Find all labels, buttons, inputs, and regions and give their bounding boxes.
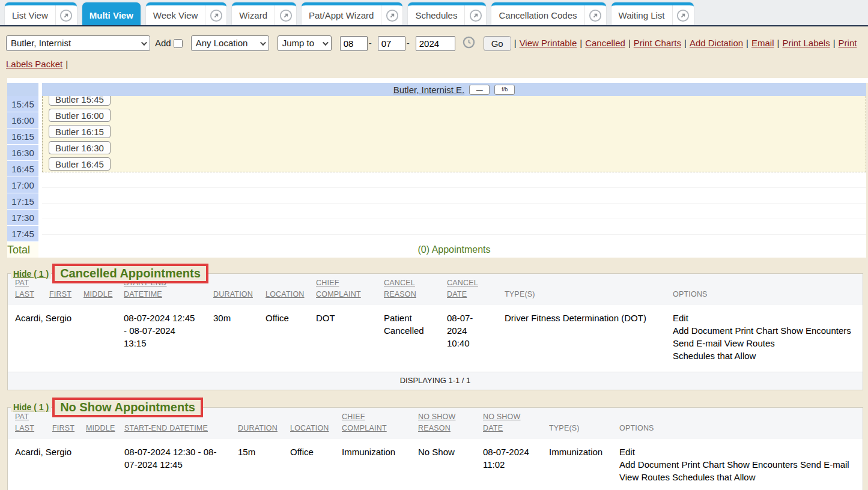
column-header-options: OPTIONS (666, 274, 863, 305)
time-slot-label: 17:45 (7, 226, 38, 241)
schedule-corner-cell (7, 83, 38, 96)
open-new-window-icon[interactable] (464, 5, 486, 25)
duration: 30m (206, 305, 258, 372)
cancelled-appointment-row: Acardi, Sergio 08-07-2024 12:45 - 08-07-… (8, 305, 863, 372)
collapse-column-button[interactable]: — (469, 85, 490, 95)
option-links-line[interactable]: View Routes Schedules that Allow (619, 471, 854, 483)
chief-complaint: Immunization (335, 439, 411, 490)
start-end-datetime: 08-07-2024 12:30 - 08-07-2024 12:45 (117, 439, 231, 490)
hide-cancelled-link[interactable]: Hide ( 1 ) (11, 269, 51, 279)
open-new-window-icon[interactable] (55, 5, 77, 25)
column-header-chief-complaint[interactable]: CHIEF COMPLAINT (335, 408, 411, 439)
duration: 15m (231, 439, 283, 490)
option-links-line[interactable]: Add Document Print Chart Show Encounters (673, 324, 854, 337)
print-charts-link[interactable]: Print Charts (634, 38, 681, 48)
column-header-duration[interactable]: DURATION (206, 274, 258, 305)
open-new-window-icon[interactable] (381, 5, 402, 25)
add-dictation-link[interactable]: Add Dictation (690, 38, 743, 48)
option-links-line[interactable]: Send E-mail View Routes (673, 337, 854, 349)
option-links-line[interactable]: Edit (673, 312, 854, 324)
noshow-date: 08-07-2024 11:02 (476, 439, 542, 490)
date-day-input[interactable] (378, 36, 405, 51)
appointment-types: Driver Fitness Determination (DOT) (497, 305, 666, 372)
cancel-reason: Patient Cancelled (377, 305, 440, 372)
column-header-noshow-date[interactable]: NO SHOW DATE (476, 408, 542, 439)
fb-button[interactable]: f/b (494, 85, 515, 95)
displaying-count: DISPLAYING 1-1 / 1 (8, 372, 863, 390)
slot-button[interactable]: Butler 15:45 (49, 96, 111, 106)
paging-status-row: DISPLAYING 1-1 / 1 (8, 372, 863, 390)
tab-wizard[interactable]: Wizard (232, 2, 296, 25)
cancelled-link[interactable]: Cancelled (585, 38, 625, 48)
link-separator: | (833, 38, 836, 48)
option-links-line[interactable]: Edit (619, 446, 854, 458)
total-appointments-count: (0) Appointments (42, 242, 866, 258)
open-new-window-icon[interactable] (205, 5, 226, 25)
tab-week-view[interactable]: Week View (146, 2, 226, 25)
cancelled-section-title: Cancelled Appointments (60, 267, 201, 280)
link-separator: | (514, 38, 517, 48)
date-year-input[interactable] (416, 36, 455, 51)
column-header-cancel-date[interactable]: CANCEL DATE (440, 274, 497, 305)
cancel-date: 08-07-2024 10:40 (440, 305, 497, 372)
total-row: Total (0) Appointments (7, 242, 866, 258)
email-link[interactable]: Email (751, 38, 774, 48)
chevron-down-icon (260, 40, 266, 46)
tab-label: Schedules (408, 5, 464, 25)
tab-cancellation-codes[interactable]: Cancellation Codes (491, 2, 605, 25)
noshow-reason: No Show (411, 439, 476, 490)
location: Office (283, 439, 335, 490)
provider-select[interactable]: Butler, Internist (6, 35, 150, 51)
go-button[interactable]: Go (484, 36, 511, 51)
slot-button[interactable]: Butler 16:45 (49, 157, 111, 171)
tab-label: Waiting List (612, 5, 672, 25)
add-checkbox[interactable] (174, 39, 183, 48)
provider-column-link[interactable]: Butler, Internist E. (393, 85, 464, 95)
column-header-duration[interactable]: DURATION (231, 408, 283, 439)
schedule-toolbar: Butler, InternistAddAny LocationJump to-… (0, 26, 868, 78)
tab-pat-appt-wizard[interactable]: Pat/Appt Wizard (302, 2, 402, 25)
location-select[interactable]: Any Location (191, 35, 269, 51)
annotation-highlight-box: No Show Appointments (52, 398, 203, 417)
slot-button[interactable]: Butler 16:15 (49, 125, 111, 138)
column-header-types: TYPE(S) (542, 408, 612, 439)
noshow-section: Hide ( 1 ) No Show Appointments PAT LAST… (7, 407, 863, 490)
view-tabs: List View Multi View Week View Wizard Pa… (0, 0, 868, 25)
open-new-window-icon[interactable] (584, 5, 606, 25)
open-new-window-icon[interactable] (672, 5, 694, 25)
tab-list-view[interactable]: List View (5, 2, 77, 25)
annotation-highlight-box: Cancelled Appointments (52, 264, 208, 283)
open-new-window-icon[interactable] (275, 5, 296, 25)
tab-multi-view[interactable]: Multi View (82, 2, 141, 25)
schedule-body: 15:45 16:00 16:15 16:30 16:45 17:00 17:1… (7, 96, 866, 242)
jump-to-select[interactable]: Jump to (278, 35, 332, 51)
jump-to-select-value: Jump to (282, 34, 314, 52)
date-month-input[interactable] (340, 36, 368, 51)
add-label: Add (155, 38, 171, 48)
slot-button[interactable]: Butler 16:30 (49, 141, 111, 154)
cancelled-section-legend: Hide ( 1 ) Cancelled Appointments (11, 264, 208, 283)
option-links-line[interactable]: Add Document Print Chart Show Encounters… (619, 458, 854, 471)
print-labels-link[interactable]: Print Labels (782, 38, 830, 48)
option-links-line[interactable]: Schedules that Allow (673, 349, 854, 362)
column-header-location[interactable]: LOCATION (258, 274, 309, 305)
clock-icon[interactable] (463, 40, 475, 50)
chevron-down-icon (141, 40, 147, 46)
link-separator: | (746, 38, 748, 48)
time-slot-label: 16:45 (7, 161, 38, 177)
column-header-chief-complaint[interactable]: CHIEF COMPLAINT (309, 274, 377, 305)
slot-button[interactable]: Butler 16:00 (49, 109, 111, 122)
time-slot-label: 17:30 (7, 210, 38, 225)
schedule-slots-column: Butler 15:45 Butler 16:00 Butler 16:15 B… (42, 96, 866, 242)
column-header-cancel-reason[interactable]: CANCEL REASON (377, 274, 440, 305)
tab-waiting-list[interactable]: Waiting List (612, 2, 694, 25)
column-header-location[interactable]: LOCATION (283, 408, 335, 439)
date-separator: - (369, 38, 372, 48)
tab-schedules[interactable]: Schedules (408, 2, 486, 25)
hide-noshow-link[interactable]: Hide ( 1 ) (11, 402, 51, 412)
tab-label: Cancellation Codes (491, 5, 584, 25)
view-printable-link[interactable]: View Printable (520, 38, 577, 48)
tab-label: Pat/Appt Wizard (302, 5, 381, 25)
column-header-noshow-reason[interactable]: NO SHOW REASON (411, 408, 476, 439)
appointment-types: Immunization (542, 439, 612, 490)
